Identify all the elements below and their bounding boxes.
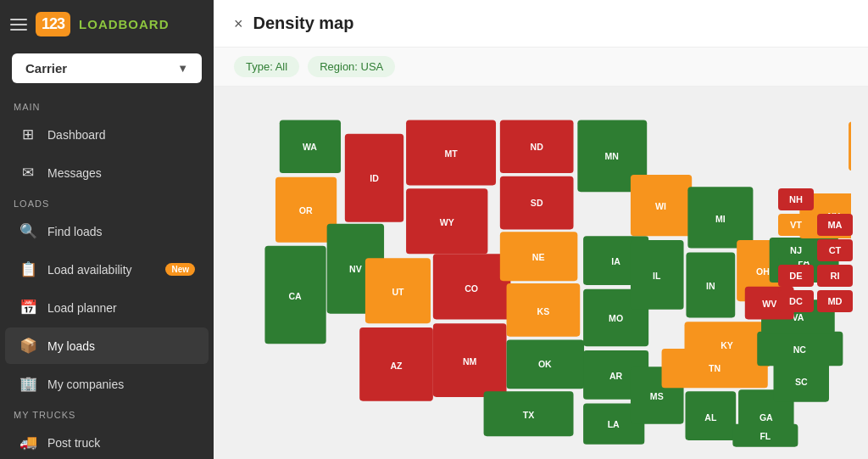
carrier-label: Carrier (25, 61, 67, 76)
state-RI[interactable]: RI (817, 265, 853, 287)
filter-row: Type: All Region: USA (214, 48, 868, 87)
section-trucks-label: My Trucks (0, 403, 214, 423)
logo-number: 123 (36, 12, 70, 36)
small-state-row-3: NJ CT (778, 239, 853, 261)
find-loads-icon: 🔍 (19, 222, 37, 240)
state-MT[interactable] (406, 120, 496, 185)
chevron-down-icon: ▼ (177, 62, 188, 75)
state-WY[interactable] (406, 188, 487, 254)
sidebar-item-my-loads[interactable]: 📦 My loads (5, 327, 209, 364)
carrier-selector[interactable]: Carrier ▼ (12, 53, 202, 83)
state-DC[interactable]: DC (778, 290, 814, 312)
small-state-row-2: VT MA (778, 214, 853, 236)
new-badge: New (165, 263, 195, 276)
messages-icon: ✉ (19, 164, 37, 182)
sidebar-item-label: Find loads (47, 225, 103, 238)
load-planner-icon: 📅 (19, 299, 37, 316)
menu-icon[interactable] (10, 19, 27, 31)
state-CA[interactable] (264, 246, 326, 344)
state-NM[interactable] (433, 323, 507, 397)
sidebar-item-label: Messages (47, 166, 102, 180)
map-area: WA OR CA NV ID MT WY UT AZ (214, 87, 868, 459)
state-FL[interactable] (732, 424, 798, 447)
sidebar-item-label: Post truck (47, 436, 100, 450)
small-state-row-4: DE RI (778, 265, 853, 287)
sidebar-item-load-availability[interactable]: 📋 Load availability New (5, 251, 209, 288)
state-NH[interactable]: NH (778, 188, 814, 210)
density-map[interactable]: WA OR CA NV ID MT WY UT AZ (231, 95, 851, 451)
sidebar-item-find-loads[interactable]: 🔍 Find loads (5, 213, 209, 249)
state-AL[interactable] (685, 391, 736, 440)
state-NE[interactable] (500, 232, 578, 281)
state-TN[interactable] (662, 349, 768, 388)
sidebar-item-messages[interactable]: ✉ Messages (5, 154, 209, 191)
state-NC[interactable] (757, 332, 843, 366)
sidebar-item-my-companies[interactable]: 🏢 My companies (5, 366, 209, 402)
state-SC[interactable] (774, 362, 829, 401)
close-button[interactable]: × (234, 16, 243, 31)
state-IL[interactable] (631, 240, 684, 310)
sidebar-header: 123 LOADBOARD (0, 0, 214, 48)
state-ID[interactable] (345, 134, 403, 222)
state-MD[interactable]: MD (817, 290, 853, 312)
sidebar-item-dashboard[interactable]: ⊞ Dashboard (5, 116, 209, 153)
sidebar-item-label: My companies (47, 378, 124, 391)
post-truck-icon: 🚚 (19, 434, 37, 451)
load-availability-icon: 📋 (19, 260, 37, 278)
sidebar: 123 LOADBOARD Carrier ▼ Main ⊞ Dashboard… (0, 0, 214, 459)
panel-header: × Density map (214, 0, 868, 48)
sidebar-item-load-planner[interactable]: 📅 Load planner (5, 289, 209, 326)
state-CT[interactable]: CT (817, 239, 853, 261)
my-companies-icon: 🏢 (19, 375, 37, 393)
state-SD[interactable] (500, 176, 574, 230)
logo-brand: LOADBOARD (79, 17, 170, 31)
sidebar-item-label: Load availability (47, 263, 132, 277)
dashboard-icon: ⊞ (19, 126, 37, 143)
section-loads-label: Loads (0, 192, 214, 212)
state-VT[interactable]: VT (778, 214, 814, 236)
small-state-row-5: DC MD (778, 290, 853, 312)
section-main-label: Main (0, 95, 214, 115)
sidebar-item-label: My loads (47, 339, 95, 353)
state-MA[interactable]: MA (817, 214, 853, 236)
state-CO[interactable] (433, 254, 511, 319)
state-OK[interactable] (507, 339, 585, 389)
state-WI[interactable] (631, 175, 692, 236)
filter-region-chip[interactable]: Region: USA (308, 56, 395, 77)
small-states-panel: NH VT MA NJ CT DE RI DC MD (778, 188, 853, 312)
state-TX[interactable] (484, 391, 574, 436)
state-UT[interactable] (365, 258, 431, 323)
state-NJ[interactable]: NJ (778, 239, 814, 261)
sidebar-item-label: Load planner (47, 301, 117, 315)
main-content: × Density map Type: All Region: USA WA O… (214, 0, 868, 459)
sidebar-item-post-truck[interactable]: 🚚 Post truck (5, 424, 209, 459)
panel-title: Density map (253, 14, 354, 33)
state-WA[interactable] (280, 120, 341, 173)
state-AZ[interactable] (359, 327, 433, 401)
small-state-row-1: NH (778, 188, 853, 210)
state-ND[interactable] (500, 120, 574, 173)
state-IN[interactable] (686, 252, 735, 317)
sidebar-item-label: Dashboard (47, 128, 106, 142)
state-MI[interactable] (687, 187, 753, 248)
state-DE[interactable]: DE (778, 265, 814, 287)
filter-type-chip[interactable]: Type: All (234, 56, 299, 77)
state-ME[interactable] (849, 121, 851, 171)
state-KS[interactable] (507, 283, 581, 337)
my-loads-icon: 📦 (19, 337, 37, 355)
